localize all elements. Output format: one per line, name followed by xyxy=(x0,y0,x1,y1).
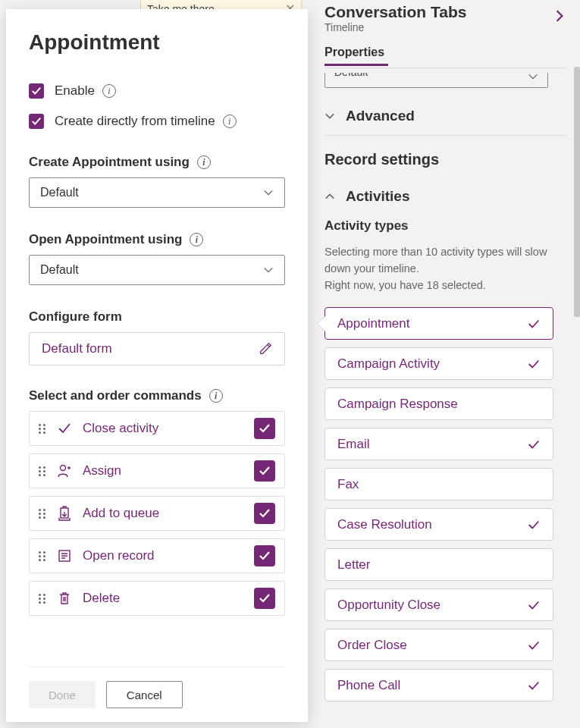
select-value: Default xyxy=(40,263,79,277)
configure-form-value: Default form xyxy=(42,341,112,356)
activity-label: Order Close xyxy=(337,638,407,653)
drag-handle-icon[interactable] xyxy=(39,509,46,519)
enable-label: Enable xyxy=(55,83,95,99)
activity-type-item[interactable]: Case Resolution xyxy=(324,508,553,541)
activity-type-item[interactable]: Email xyxy=(324,428,553,460)
activity-types-note: Selecting more than 10 activity types wi… xyxy=(324,244,552,293)
activity-label: Opportunity Close xyxy=(337,598,440,613)
activity-label: Appointment xyxy=(337,316,409,331)
open-using-label: Open Appointment using i xyxy=(29,232,285,247)
check-icon xyxy=(527,438,541,451)
activity-type-item[interactable]: Letter xyxy=(324,548,553,581)
drag-handle-icon[interactable] xyxy=(39,594,46,604)
activity-label: Case Resolution xyxy=(337,517,432,532)
tab-underline xyxy=(324,64,388,66)
activity-type-item[interactable]: Phone Call xyxy=(324,669,553,701)
activity-type-item[interactable]: Opportunity Close xyxy=(324,588,553,621)
chevron-down-icon xyxy=(263,187,274,198)
command-label: Open record xyxy=(83,548,243,563)
check-icon xyxy=(527,518,541,532)
cancel-button[interactable]: Cancel xyxy=(106,681,183,708)
command-row[interactable]: Delete xyxy=(29,581,285,616)
activity-label: Campaign Response xyxy=(337,397,458,412)
drag-handle-icon[interactable] xyxy=(39,551,46,561)
select-value: Default xyxy=(334,73,368,78)
properties-panel: Conversation Tabs Timeline Properties De… xyxy=(311,0,580,728)
command-label: Assign xyxy=(83,463,243,479)
select-value: Default xyxy=(40,186,79,199)
panel-footer: Done Cancel xyxy=(29,667,285,708)
right-title: Conversation Tabs xyxy=(324,3,466,21)
checkbox-checked-icon[interactable] xyxy=(29,114,44,129)
configure-form-row[interactable]: Default form xyxy=(29,332,285,366)
check-icon xyxy=(527,317,541,331)
edit-icon[interactable] xyxy=(259,342,272,356)
right-subtitle: Timeline xyxy=(324,21,466,33)
activity-label: Campaign Activity xyxy=(337,356,440,372)
activity-types-label: Activity types xyxy=(324,218,566,234)
command-toggle[interactable] xyxy=(254,545,275,566)
chevron-up-icon xyxy=(324,191,335,202)
svg-point-0 xyxy=(61,466,66,471)
command-row[interactable]: Add to queue xyxy=(29,496,285,531)
page-title: Appointment xyxy=(29,30,285,55)
command-toggle[interactable] xyxy=(254,588,275,609)
info-icon[interactable]: i xyxy=(102,84,116,98)
info-icon[interactable]: i xyxy=(190,233,203,246)
command-label: Close activity xyxy=(83,421,243,436)
configure-form-label: Configure form xyxy=(29,309,285,325)
done-button: Done xyxy=(29,681,96,708)
open-using-select[interactable]: Default xyxy=(29,255,285,285)
info-icon[interactable]: i xyxy=(223,115,237,128)
command-row[interactable]: Open record xyxy=(29,538,285,573)
command-toggle[interactable] xyxy=(254,503,275,524)
create-using-select[interactable]: Default xyxy=(29,177,285,208)
command-row[interactable]: Assign xyxy=(29,453,285,488)
activity-label: Phone Call xyxy=(337,678,400,693)
activity-type-item[interactable]: Appointment xyxy=(324,307,553,340)
check-icon xyxy=(527,639,541,652)
activity-type-item[interactable]: Order Close xyxy=(324,629,553,661)
command-toggle[interactable] xyxy=(254,460,275,482)
commands-label: Select and order commands i xyxy=(29,388,285,403)
tab-properties[interactable]: Properties xyxy=(324,46,566,64)
check-icon xyxy=(527,598,541,612)
record-settings-heading: Record settings xyxy=(324,151,566,168)
activity-type-item[interactable]: Campaign Response xyxy=(324,388,553,420)
pointer-icon xyxy=(318,316,325,331)
checkbox-checked-icon[interactable] xyxy=(29,83,44,99)
activity-label: Letter xyxy=(337,557,370,573)
activity-type-item[interactable]: Fax xyxy=(324,468,553,500)
scrollbar-thumb[interactable] xyxy=(574,67,580,317)
chevron-down-icon xyxy=(528,73,538,82)
drag-handle-icon[interactable] xyxy=(39,466,46,476)
activities-section[interactable]: Activities xyxy=(324,188,566,205)
activity-label: Fax xyxy=(337,477,359,492)
advanced-section[interactable]: Advanced xyxy=(324,108,566,124)
create-directly-checkbox-row[interactable]: Create directly from timeline i xyxy=(29,114,285,129)
command-toggle[interactable] xyxy=(254,418,275,439)
info-icon[interactable]: i xyxy=(197,155,211,169)
appointment-panel: Appointment Enable i Create directly fro… xyxy=(6,9,308,722)
create-directly-label: Create directly from timeline xyxy=(55,114,215,129)
check-icon xyxy=(527,679,541,692)
cutoff-select[interactable]: Default xyxy=(324,73,548,88)
command-label: Add to queue xyxy=(83,506,243,521)
chevron-right-icon[interactable] xyxy=(553,9,566,23)
drag-handle-icon[interactable] xyxy=(39,424,46,434)
command-label: Delete xyxy=(83,591,243,606)
enable-checkbox-row[interactable]: Enable i xyxy=(29,83,285,99)
check-icon xyxy=(527,357,541,371)
chevron-down-icon xyxy=(263,265,274,275)
activity-label: Email xyxy=(337,437,370,452)
command-row[interactable]: Close activity xyxy=(29,411,285,446)
chevron-down-icon xyxy=(324,111,335,121)
info-icon[interactable]: i xyxy=(209,389,223,403)
create-using-label: Create Appointment using i xyxy=(29,155,285,170)
activity-type-item[interactable]: Campaign Activity xyxy=(324,347,553,380)
